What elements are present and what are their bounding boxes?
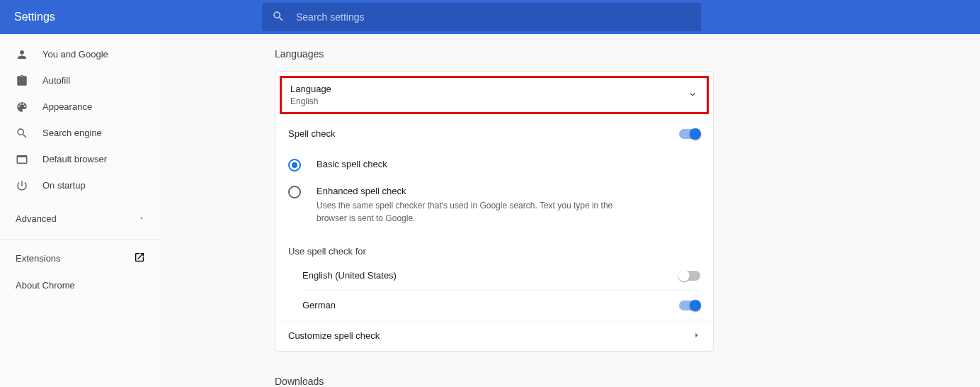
use-spell-check-for-label: Use spell check for (275, 237, 713, 261)
radio-icon (288, 159, 301, 172)
about-label: About Chrome (16, 280, 75, 291)
sidebar-item-autofill[interactable]: Autofill (0, 67, 161, 94)
language-label: Language (290, 84, 331, 94)
lang-name: English (United States) (302, 270, 397, 281)
search-icon (16, 127, 42, 140)
radio-enhanced-spell-check[interactable]: Enhanced spell check Uses the same spell… (288, 179, 700, 232)
sidebar-item-default-browser[interactable]: Default browser (0, 146, 161, 172)
languages-card: Language English Spell check Basic spell… (275, 71, 714, 352)
search-input[interactable] (296, 11, 691, 23)
power-icon (16, 179, 42, 192)
radio-icon (288, 186, 301, 198)
sidebar-about[interactable]: About Chrome (0, 271, 161, 298)
chevron-down-icon (687, 89, 698, 102)
sidebar-item-search-engine[interactable]: Search engine (0, 120, 161, 146)
caret-down-icon (138, 213, 145, 224)
spell-check-options: Basic spell check Enhanced spell check U… (275, 149, 713, 237)
section-title-languages: Languages (275, 48, 980, 60)
browser-icon (16, 153, 42, 166)
lang-toggle-german[interactable] (679, 301, 700, 310)
radio-description: Uses the same spell checker that's used … (317, 199, 614, 225)
section-title-downloads: Downloads (275, 376, 980, 387)
open-in-new-icon (134, 252, 145, 265)
spell-check-languages: English (United States) German (302, 261, 700, 320)
sidebar-item-label: You and Google (42, 49, 108, 60)
spell-check-lang-row: German (302, 291, 700, 320)
divider (0, 240, 161, 240)
page-title: Settings (14, 11, 262, 23)
app-header: Settings (0, 0, 980, 34)
chevron-right-icon (693, 330, 700, 341)
sidebar-item-label: On startup (42, 180, 86, 191)
language-selector-row[interactable]: Language English (280, 76, 709, 114)
radio-label: Basic spell check (317, 159, 387, 169)
spell-check-label: Spell check (288, 128, 335, 139)
sidebar-advanced[interactable]: Advanced (0, 204, 161, 232)
customize-label: Customize spell check (288, 330, 380, 341)
spell-check-row: Spell check (275, 118, 713, 149)
spell-check-toggle[interactable] (679, 129, 700, 139)
main-content: Languages Language English Spell check (161, 34, 980, 387)
sidebar-item-you-and-google[interactable]: You and Google (0, 41, 161, 67)
search-icon (272, 10, 285, 25)
language-value: English (290, 96, 331, 106)
search-field[interactable] (262, 3, 701, 31)
extensions-label: Extensions (16, 253, 61, 264)
clipboard-icon (16, 74, 42, 87)
advanced-label: Advanced (16, 213, 57, 224)
sidebar-item-label: Default browser (42, 154, 107, 164)
customize-spell-check-row[interactable]: Customize spell check (275, 320, 713, 351)
sidebar-extensions[interactable]: Extensions (0, 245, 161, 271)
person-icon (16, 48, 42, 61)
sidebar-item-label: Autofill (42, 75, 70, 86)
spell-check-lang-row: English (United States) (302, 261, 700, 291)
sidebar-item-appearance[interactable]: Appearance (0, 94, 161, 120)
palette-icon (16, 101, 42, 113)
lang-name: German (302, 300, 336, 310)
radio-label: Enhanced spell check (317, 186, 614, 196)
sidebar: You and Google Autofill Appearance Searc… (0, 34, 161, 387)
sidebar-item-on-startup[interactable]: On startup (0, 172, 161, 198)
sidebar-item-label: Appearance (42, 101, 92, 112)
radio-basic-spell-check[interactable]: Basic spell check (288, 152, 700, 179)
sidebar-item-label: Search engine (42, 128, 102, 138)
lang-toggle-english-us[interactable] (679, 271, 700, 281)
